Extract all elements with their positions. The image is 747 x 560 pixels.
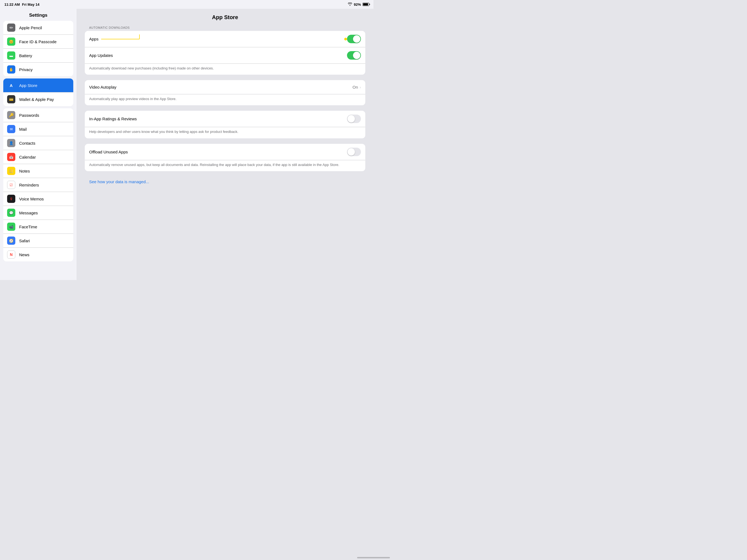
notes-label: Notes — [19, 169, 30, 173]
sidebar-item-facetime[interactable]: 📹 FaceTime — [3, 220, 73, 234]
sidebar-item-voice-memos[interactable]: 🎙 Voice Memos — [3, 192, 73, 206]
settings-group-1: ✏ Apple Pencil 😊 Face ID & Passcode ▬ Ba… — [3, 21, 73, 76]
app-updates-row: App Updates — [85, 47, 365, 64]
reminders-label: Reminders — [19, 183, 39, 187]
offload-unused-toggle[interactable] — [347, 148, 361, 156]
apps-toggle[interactable] — [347, 35, 361, 43]
offload-unused-row: Offload Unused Apps — [85, 144, 365, 160]
facetime-label: FaceTime — [19, 225, 37, 229]
battery-percent: 92% — [354, 2, 361, 6]
in-app-ratings-card: In-App Ratings & Reviews Help developers… — [85, 111, 365, 138]
status-right: 92% — [348, 2, 369, 6]
offload-unused-card: Offload Unused Apps Automatically remove… — [85, 144, 365, 171]
in-app-ratings-desc: Help developers and other users know wha… — [85, 127, 365, 138]
voice-memos-icon: 🎙 — [7, 195, 15, 203]
app-updates-toggle[interactable] — [347, 51, 361, 59]
video-autoplay-chevron: › — [360, 85, 361, 90]
faceid-label: Face ID & Passcode — [19, 40, 57, 44]
sidebar-item-safari[interactable]: 🧭 Safari — [3, 234, 73, 248]
sidebar-item-battery[interactable]: ▬ Battery — [3, 49, 73, 62]
sidebar-item-calendar[interactable]: 📅 Calendar — [3, 150, 73, 164]
content-title: App Store — [85, 14, 365, 21]
sidebar-item-wallet[interactable]: 💳 Wallet & Apple Pay — [3, 93, 73, 106]
messages-label: Messages — [19, 210, 38, 215]
sidebar-item-reminders[interactable]: ☑ Reminders — [3, 178, 73, 192]
sidebar: Settings ✏ Apple Pencil 😊 Face ID & Pass… — [0, 9, 77, 280]
automatic-downloads-desc: Automatically download new purchases (in… — [85, 64, 365, 75]
sidebar-item-messages[interactable]: 💬 Messages — [3, 206, 73, 220]
video-autoplay-desc: Automatically play app preview videos in… — [85, 94, 365, 105]
video-autoplay-value: On — [353, 85, 358, 90]
battery-settings-icon: ▬ — [7, 51, 15, 59]
passwords-label: Passwords — [19, 113, 39, 118]
wallet-icon: 💳 — [7, 95, 15, 103]
battery-label: Battery — [19, 53, 32, 58]
main-layout: Settings ✏ Apple Pencil 😊 Face ID & Pass… — [0, 9, 374, 280]
status-date: Fri May 14 — [22, 2, 40, 6]
settings-group-2: A App Store 💳 Wallet & Apple Pay — [3, 78, 73, 106]
sidebar-item-appstore[interactable]: A App Store — [3, 78, 73, 93]
facetime-icon: 📹 — [7, 223, 15, 231]
sidebar-item-passwords[interactable]: 🔑 Passwords — [3, 108, 73, 122]
sidebar-item-privacy[interactable]: ✋ Privacy — [3, 62, 73, 76]
automatic-downloads-label: AUTOMATIC DOWNLOADS — [85, 26, 365, 29]
appstore-icon: A — [7, 81, 15, 90]
mail-icon: ✉ — [7, 125, 15, 133]
video-autoplay-label: Video Autoplay — [89, 85, 353, 90]
news-label: News — [19, 252, 29, 257]
content-area: App Store AUTOMATIC DOWNLOADS Apps Apps … — [77, 9, 374, 280]
calendar-label: Calendar — [19, 155, 36, 159]
privacy-icon: ✋ — [7, 65, 15, 74]
apps-row: Apps Apps — [85, 31, 365, 47]
passwords-icon: 🔑 — [7, 111, 15, 119]
privacy-label: Privacy — [19, 67, 32, 72]
settings-group-3: 🔑 Passwords ✉ Mail 👤 Contacts 📅 Calendar… — [3, 108, 73, 261]
offload-unused-desc: Automatically remove unused apps, but ke… — [85, 160, 365, 171]
offload-unused-label: Offload Unused Apps — [89, 150, 347, 154]
app-updates-label: App Updates — [89, 53, 347, 58]
faceid-icon: 😊 — [7, 37, 15, 46]
annotation-dot — [344, 38, 347, 41]
sidebar-item-contacts[interactable]: 👤 Contacts — [3, 136, 73, 150]
safari-icon: 🧭 — [7, 236, 15, 245]
news-icon: N — [7, 251, 15, 259]
data-managed-link[interactable]: See how your data is managed... — [85, 177, 365, 187]
video-autoplay-row[interactable]: Video Autoplay On › — [85, 80, 365, 94]
in-app-ratings-label: In-App Ratings & Reviews — [89, 117, 347, 121]
sidebar-item-news[interactable]: N News — [3, 248, 73, 261]
sidebar-item-mail[interactable]: ✉ Mail — [3, 122, 73, 136]
sidebar-item-apple-pencil[interactable]: ✏ Apple Pencil — [3, 21, 73, 35]
sidebar-item-notes[interactable]: 📒 Notes — [3, 164, 73, 178]
in-app-ratings-toggle[interactable] — [347, 114, 361, 123]
contacts-label: Contacts — [19, 141, 35, 146]
messages-icon: 💬 — [7, 209, 15, 217]
battery-icon — [363, 3, 369, 6]
contacts-icon: 👤 — [7, 139, 15, 147]
status-time: 11:22 AM — [4, 2, 20, 6]
sidebar-item-faceid[interactable]: 😊 Face ID & Passcode — [3, 35, 73, 49]
apple-pencil-label: Apple Pencil — [19, 25, 42, 30]
in-app-ratings-row: In-App Ratings & Reviews — [85, 111, 365, 127]
automatic-downloads-card: Apps Apps App Updates Automatically down… — [85, 31, 365, 75]
reminders-icon: ☑ — [7, 181, 15, 189]
sidebar-title: Settings — [0, 9, 77, 21]
wifi-icon — [348, 2, 352, 6]
calendar-icon: 📅 — [7, 153, 15, 161]
voice-memos-label: Voice Memos — [19, 197, 44, 201]
annotation-line — [101, 39, 156, 40]
wallet-label: Wallet & Apple Pay — [19, 97, 54, 102]
video-autoplay-card: Video Autoplay On › Automatically play a… — [85, 80, 365, 105]
appstore-label: App Store — [19, 83, 37, 88]
mail-label: Mail — [19, 127, 27, 131]
notes-icon: 📒 — [7, 167, 15, 175]
status-bar: 11:22 AM Fri May 14 92% — [0, 0, 374, 9]
safari-label: Safari — [19, 238, 30, 243]
apple-pencil-icon: ✏ — [7, 24, 15, 32]
